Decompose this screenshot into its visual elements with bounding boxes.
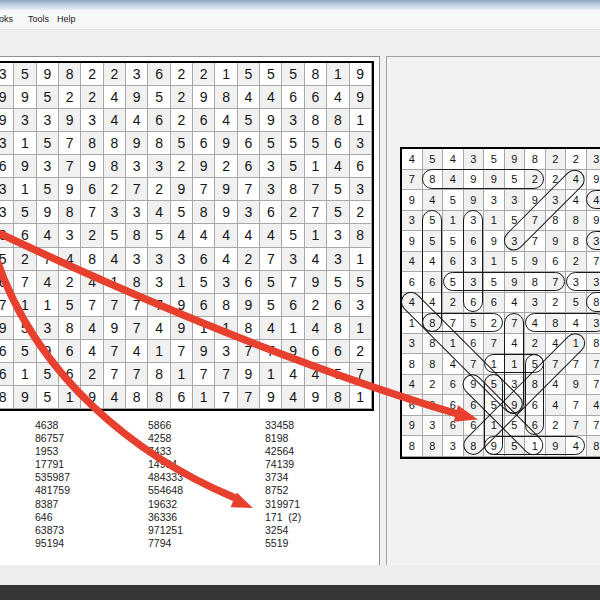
grid-cell[interactable]: 6 — [260, 201, 282, 224]
grid-cell[interactable]: 5 — [282, 155, 304, 178]
grid-cell[interactable]: 6 — [59, 340, 81, 363]
grid-cell[interactable]: 9 — [215, 201, 237, 224]
grid-cell[interactable]: 3 — [37, 109, 59, 132]
grid-cell[interactable]: 7 — [215, 386, 237, 409]
grid-cell[interactable]: 6 — [282, 294, 304, 317]
grid-cell[interactable]: 5 — [148, 224, 170, 247]
grid-cell[interactable]: 8 — [59, 317, 81, 340]
grid-cell[interactable]: 8 — [59, 201, 81, 224]
grid-cell[interactable]: 7 — [260, 340, 282, 363]
grid-cell[interactable]: 4 — [260, 317, 282, 340]
grid-cell[interactable]: 4 — [104, 86, 126, 109]
grid-cell[interactable]: 1 — [148, 340, 170, 363]
grid-cell[interactable]: 4 — [215, 109, 237, 132]
grid-cell[interactable]: 5 — [327, 363, 349, 386]
grid-cell[interactable]: 3 — [126, 201, 148, 224]
grid-cell[interactable]: 6 — [14, 224, 36, 247]
grid-cell[interactable]: 9 — [81, 386, 103, 409]
grid-cell[interactable]: 7 — [305, 201, 327, 224]
grid-cell[interactable]: 4 — [81, 271, 103, 294]
grid-cell[interactable]: 3 — [126, 248, 148, 271]
grid-cell[interactable]: 1 — [350, 386, 372, 409]
grid-cell[interactable]: 6 — [282, 86, 304, 109]
grid-cell[interactable]: 1 — [193, 386, 215, 409]
grid-cell[interactable]: 7 — [171, 340, 193, 363]
grid-cell[interactable]: 7 — [193, 363, 215, 386]
grid-cell[interactable]: 9 — [215, 132, 237, 155]
grid-cell[interactable]: 5 — [260, 132, 282, 155]
grid-cell[interactable]: 2 — [81, 363, 103, 386]
grid-cell[interactable]: 1 — [171, 363, 193, 386]
grid-cell[interactable]: 5 — [104, 224, 126, 247]
grid-cell[interactable]: 8 — [350, 224, 372, 247]
grid-cell[interactable]: 4 — [148, 201, 170, 224]
grid-cell[interactable]: 5 — [350, 271, 372, 294]
grid-cell[interactable]: 7 — [238, 178, 260, 201]
grid-cell[interactable]: 4 — [282, 386, 304, 409]
grid-cell[interactable]: 8 — [81, 248, 103, 271]
grid-cell[interactable]: 7 — [126, 317, 148, 340]
grid-cell[interactable]: 4 — [215, 248, 237, 271]
grid-cell[interactable]: 9 — [14, 86, 36, 109]
grid-cell[interactable]: 9 — [238, 363, 260, 386]
grid-cell[interactable]: 4 — [37, 271, 59, 294]
grid-cell[interactable]: 7 — [126, 363, 148, 386]
grid-cell[interactable]: 7 — [238, 340, 260, 363]
grid-cell[interactable]: 5 — [260, 63, 282, 86]
grid-cell[interactable]: 3 — [104, 201, 126, 224]
grid-cell[interactable]: 4 — [104, 248, 126, 271]
grid-cell[interactable]: 4 — [81, 340, 103, 363]
grid-cell[interactable]: 6 — [171, 386, 193, 409]
menu-item-tools[interactable]: Tools — [28, 14, 49, 24]
grid-cell[interactable]: 3 — [215, 340, 237, 363]
grid-cell[interactable]: 4 — [305, 363, 327, 386]
grid-cell[interactable]: 3 — [350, 294, 372, 317]
grid-cell[interactable]: 8 — [215, 86, 237, 109]
grid-cell[interactable]: 5 — [14, 317, 36, 340]
grid-cell[interactable]: 6 — [148, 63, 170, 86]
grid-cell[interactable]: 2 — [215, 155, 237, 178]
puzzle-grid[interactable]: 3598223622155581999522495298446649933934… — [0, 61, 374, 411]
grid-cell[interactable]: 4 — [37, 224, 59, 247]
grid-cell[interactable]: 8 — [126, 271, 148, 294]
grid-cell[interactable]: 8 — [126, 224, 148, 247]
grid-cell[interactable]: 6 — [193, 109, 215, 132]
grid-cell[interactable]: 6 — [0, 224, 14, 247]
grid-cell[interactable]: 7 — [0, 294, 14, 317]
grid-cell[interactable]: 3 — [0, 178, 14, 201]
grid-cell[interactable]: 9 — [193, 86, 215, 109]
grid-cell[interactable]: 1 — [14, 178, 36, 201]
grid-cell[interactable]: 3 — [350, 132, 372, 155]
grid-cell[interactable]: 4 — [238, 86, 260, 109]
grid-cell[interactable]: 1 — [193, 317, 215, 340]
grid-cell[interactable]: 7 — [14, 271, 36, 294]
grid-cell[interactable]: 4 — [327, 155, 349, 178]
grid-cell[interactable]: 6 — [81, 178, 103, 201]
grid-cell[interactable]: 5 — [14, 63, 36, 86]
grid-cell[interactable]: 2 — [171, 86, 193, 109]
grid-cell[interactable]: 9 — [238, 294, 260, 317]
grid-cell[interactable]: 4 — [148, 317, 170, 340]
grid-cell[interactable]: 9 — [305, 271, 327, 294]
grid-cell[interactable]: 3 — [215, 271, 237, 294]
grid-cell[interactable]: 5 — [238, 109, 260, 132]
grid-cell[interactable]: 6 — [193, 132, 215, 155]
grid-cell[interactable]: 8 — [104, 132, 126, 155]
grid-cell[interactable]: 2 — [171, 63, 193, 86]
grid-cell[interactable]: 9 — [260, 386, 282, 409]
grid-cell[interactable]: 5 — [282, 224, 304, 247]
grid-cell[interactable]: 2 — [14, 248, 36, 271]
grid-cell[interactable]: 5 — [327, 178, 349, 201]
grid-cell[interactable]: 3 — [260, 178, 282, 201]
grid-cell[interactable]: 3 — [126, 155, 148, 178]
grid-cell[interactable]: 1 — [37, 294, 59, 317]
grid-cell[interactable]: 8 — [193, 201, 215, 224]
grid-cell[interactable]: 4 — [104, 386, 126, 409]
grid-cell[interactable]: 6 — [327, 340, 349, 363]
grid-cell[interactable]: 9 — [59, 178, 81, 201]
grid-cell[interactable]: 8 — [238, 317, 260, 340]
grid-cell[interactable]: 1 — [14, 363, 36, 386]
grid-cell[interactable]: 5 — [305, 132, 327, 155]
grid-cell[interactable]: 4 — [59, 248, 81, 271]
grid-cell[interactable]: 4 — [282, 363, 304, 386]
